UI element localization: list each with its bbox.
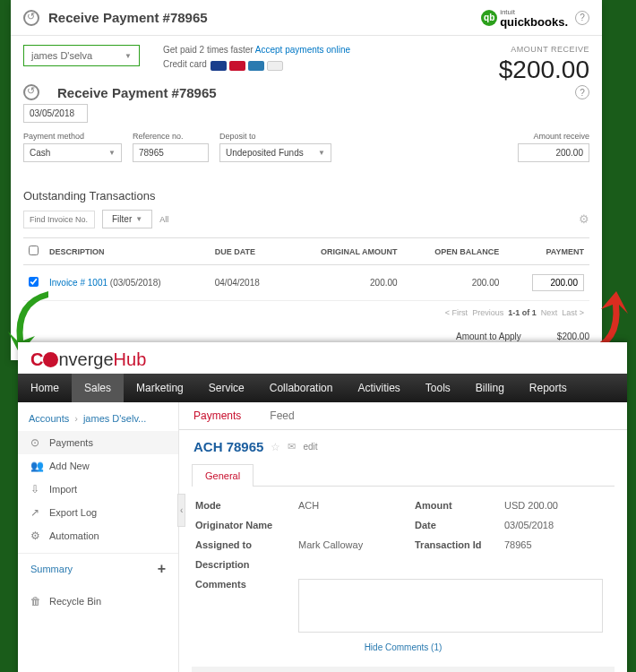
tab-general[interactable]: General xyxy=(192,464,254,487)
sidebar-item-add-new[interactable]: 👥Add New xyxy=(18,454,178,478)
main-nav: Home Sales Marketing Service Collaborati… xyxy=(18,374,627,402)
nav-marketing[interactable]: Marketing xyxy=(124,374,196,402)
all-link[interactable]: All xyxy=(159,215,168,224)
sidebar-item-payments[interactable]: ⊙Payments xyxy=(18,431,178,454)
amount-received-label: AMOUNT RECEIVE xyxy=(511,45,589,54)
quickbooks-logo: qb intuitquickbooks. xyxy=(481,7,568,28)
payment-method-label: Payment method xyxy=(23,132,122,141)
qb-logo-icon: qb xyxy=(481,10,497,26)
nav-tools[interactable]: Tools xyxy=(413,374,463,402)
nav-billing[interactable]: Billing xyxy=(463,374,517,402)
payment-input[interactable] xyxy=(532,274,584,291)
gear-icon[interactable]: ⚙ xyxy=(579,212,589,226)
col-description: DESCRIPTION xyxy=(44,238,210,265)
reference-no-input[interactable]: 78965 xyxy=(133,143,209,162)
nav-activities[interactable]: Activities xyxy=(345,374,412,402)
customer-select[interactable]: james D'selva▼ xyxy=(23,45,140,66)
pager-next[interactable]: Next xyxy=(541,308,558,317)
sidebar-item-automation[interactable]: ⚙Automation xyxy=(18,524,178,547)
logo-gear-icon xyxy=(43,352,58,367)
amount-received-value: $200.00 xyxy=(499,56,589,84)
chevron-right-icon: › xyxy=(74,413,78,424)
page-title: Receive Payment #78965 xyxy=(48,10,481,25)
deposit-to-label: Deposit to xyxy=(219,132,331,141)
automation-icon: ⚙ xyxy=(30,530,42,542)
convergehub-logo: CnvergeHub xyxy=(18,342,627,374)
payment-date-input[interactable] xyxy=(23,104,88,123)
sidebar-collapse-handle[interactable]: ‹ xyxy=(177,494,185,527)
breadcrumb-contact[interactable]: james D'selv... xyxy=(83,413,146,424)
sidebar-item-export-log[interactable]: ↗Export Log xyxy=(18,501,178,524)
accept-payments-link[interactable]: Accept payments online xyxy=(255,45,350,55)
help-icon[interactable]: ? xyxy=(575,85,589,99)
row-checkbox[interactable] xyxy=(29,277,39,287)
convergehub-panel: CnvergeHub Home Sales Marketing Service … xyxy=(18,342,627,672)
page-title-2: Receive Payment #78965 xyxy=(57,85,304,100)
nav-collaboration[interactable]: Collaboration xyxy=(257,374,346,402)
table-row: Invoice # 1001 (03/05/2018) 04/04/2018 2… xyxy=(23,265,589,301)
payments-icon: ⊙ xyxy=(30,436,42,449)
sidebar-summary[interactable]: Summary+ xyxy=(18,553,178,584)
nav-reports[interactable]: Reports xyxy=(517,374,580,402)
history-icon[interactable] xyxy=(23,84,39,100)
hide-comments-link[interactable]: Hide Comments (1) xyxy=(195,637,611,658)
star-icon[interactable]: ☆ xyxy=(271,441,280,453)
nav-home[interactable]: Home xyxy=(18,374,72,402)
promo-text: Get paid 2 times faster Accept payments … xyxy=(163,45,350,71)
amount-received-input[interactable]: 200.00 xyxy=(518,143,589,162)
pager-prev[interactable]: Previous xyxy=(472,308,503,317)
filter-button[interactable]: Filter▼ xyxy=(102,210,152,228)
trash-icon: 🗑 xyxy=(30,595,42,607)
sidebar: Accounts › james D'selv... ⊙Payments 👥Ad… xyxy=(18,402,179,672)
invoice-link[interactable]: Invoice # 1001 xyxy=(49,278,107,288)
payment-method-select[interactable]: Cash▼ xyxy=(23,143,122,162)
history-icon[interactable] xyxy=(23,10,39,26)
reference-no-label: Reference no. xyxy=(133,132,209,141)
amex-icon xyxy=(248,61,264,71)
amount-received-field-label: Amount receive xyxy=(518,132,589,141)
discover-icon xyxy=(267,61,283,71)
tab-payments[interactable]: Payments xyxy=(179,402,255,429)
tab-feed[interactable]: Feed xyxy=(255,402,308,429)
col-open-balance: OPEN BALANCE xyxy=(403,238,505,265)
col-payment: PAYMENT xyxy=(504,238,589,265)
chevron-down-icon: ▼ xyxy=(125,52,132,60)
comment-item: Mark Calloway Synced from Quickbooks Onl… xyxy=(192,667,615,672)
deposit-to-select[interactable]: Undeposited Funds▼ xyxy=(219,143,331,162)
record-title: ACH 78965 xyxy=(193,439,263,454)
col-original-amount: ORIGINAL AMOUNT xyxy=(285,238,403,265)
plus-icon[interactable]: + xyxy=(158,561,166,577)
col-due-date: DUE DATE xyxy=(210,238,285,265)
import-icon: ⇩ xyxy=(30,483,42,495)
sidebar-item-recycle-bin[interactable]: 🗑Recycle Bin xyxy=(18,590,178,613)
select-all-checkbox[interactable] xyxy=(29,246,39,255)
pager: < First Previous 1-1 of 1 Next Last > xyxy=(23,300,589,324)
envelope-icon[interactable]: ✉ xyxy=(288,441,296,452)
sidebar-item-import[interactable]: ⇩Import xyxy=(18,478,178,501)
comments-textarea[interactable] xyxy=(298,579,603,633)
transactions-table: DESCRIPTION DUE DATE ORIGINAL AMOUNT OPE… xyxy=(23,237,589,300)
quickbooks-panel: Receive Payment #78965 qb intuitquickboo… xyxy=(11,0,602,360)
add-new-icon: 👥 xyxy=(30,460,42,472)
nav-sales[interactable]: Sales xyxy=(72,374,124,402)
qb-header: Receive Payment #78965 qb intuitquickboo… xyxy=(11,0,602,36)
visa-icon xyxy=(211,61,227,71)
mastercard-icon xyxy=(229,61,245,71)
find-invoice-input[interactable] xyxy=(23,211,95,228)
main-content: Payments Feed ACH 78965 ☆ ✉ edit General… xyxy=(179,402,627,672)
pager-first[interactable]: < First xyxy=(445,308,468,317)
export-icon: ↗ xyxy=(30,506,42,519)
breadcrumb: Accounts › james D'selv... xyxy=(18,409,178,431)
nav-service[interactable]: Service xyxy=(196,374,257,402)
edit-link[interactable]: edit xyxy=(303,442,317,452)
outstanding-transactions-heading: Outstanding Transactions xyxy=(23,189,589,202)
help-icon[interactable]: ? xyxy=(575,11,589,25)
breadcrumb-accounts[interactable]: Accounts xyxy=(29,413,69,424)
